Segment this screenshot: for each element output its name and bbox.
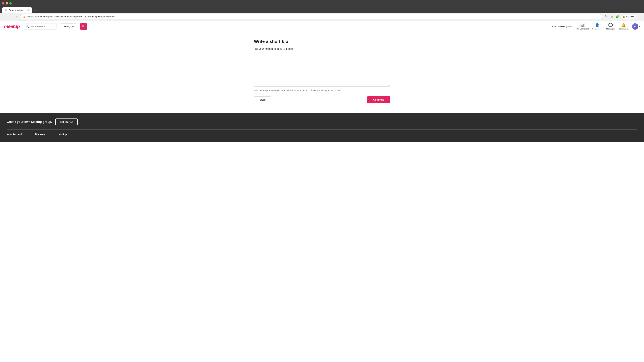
footer-cta-text: Create your own Meetup group. [7,120,52,124]
messages-icon: 💬 [608,23,613,27]
nav-refresh-btn[interactable]: ↻ [14,14,19,19]
meetup-header: meetup 🔍 Search events Dover, DE 🔍 Start… [0,21,644,32]
footer-col-account: Your Account [7,133,22,137]
tab-title: Congratulations [9,9,26,11]
footer-col-meetup-title: Meetup [58,133,67,136]
pro-dashboard-icon: 📊 [580,23,585,27]
close-window-btn[interactable] [2,2,4,4]
incognito-label: Incognito [626,15,634,18]
nav-notifications[interactable]: 🔔 Notifications [618,23,628,30]
nav-messages[interactable]: 💬 Messages [606,23,615,30]
footer-columns: Your Account Discover Meetup [7,133,637,137]
bookmark-btn[interactable]: ☆ [610,14,614,19]
nav-messages-label: Messages [606,28,615,30]
search-toolbar-btn[interactable]: 🔍 [604,14,608,19]
incognito-icon: 🕵️ [623,15,625,18]
nav-notifications-label: Notifications [618,28,628,30]
search-submit-btn[interactable]: 🔍 [80,23,87,30]
toolbar-actions: 🔍 ☆ 🧩 🕵️ Incognito ⋮ [604,14,642,19]
notifications-icon: 🔔 [621,23,626,27]
search-placeholder-text: Search events [30,25,46,28]
bio-hint: Your members are going to want to know m… [254,89,390,91]
main-content: Write a short bio Tell your members abou… [250,39,394,103]
maximize-window-btn[interactable] [10,2,12,4]
window-controls [2,2,12,4]
new-tab-btn[interactable]: + [33,8,38,13]
nav-pro-dashboard-label: Pro Dashboard [576,28,589,30]
meetup-logo[interactable]: meetup [4,24,20,29]
more-options-btn[interactable]: ⋮ [637,14,642,19]
minimize-window-btn[interactable] [6,2,8,4]
footer-cta: Create your own Meetup group. Get Starte… [7,118,637,125]
address-bar[interactable]: 🔒 meetup.com/meetup-group-ulfhsivo/congr… [20,14,602,19]
incognito-badge: 🕵️ Incognito [621,15,636,19]
page-title: Write a short bio [254,39,390,44]
browser-titlebar [0,0,644,7]
bio-subtitle: Tell your members about yourself [254,47,390,50]
back-button[interactable]: Back [254,96,271,103]
footer-col-discover-title: Discover [35,133,45,136]
user-avatar: M [632,23,638,30]
tab-close-btn[interactable]: ✕ [27,9,30,11]
nav-connections-label: Connections [592,28,602,30]
form-actions: Back Continue [254,96,390,103]
footer-col-discover: Discover [35,133,45,137]
footer-col-meetup: Meetup [58,133,67,137]
avatar-initial: M [634,25,636,28]
footer-divider [7,129,637,130]
search-icon: 🔍 [26,25,29,28]
active-tab[interactable]: M Congratulations ✕ [2,7,32,13]
search-bar-container[interactable]: 🔍 Search events [23,23,57,29]
browser-toolbar: ← → ↻ 🔒 meetup.com/meetup-group-ulfhsivo… [0,13,644,21]
lock-icon: 🔒 [23,15,26,18]
continue-button[interactable]: Continue [367,96,390,103]
nav-connections[interactable]: 👤 Connections [592,23,602,30]
nav-forward-btn[interactable]: → [8,14,13,19]
avatar-chevron-icon[interactable]: ▾ [639,25,640,28]
nav-back-btn[interactable]: ← [2,14,7,19]
extensions-btn[interactable]: 🧩 [615,14,620,19]
footer: Create your own Meetup group. Get Starte… [0,113,644,142]
bio-textarea[interactable] [254,53,390,87]
nav-pro-dashboard[interactable]: 📊 Pro Dashboard [576,23,589,30]
search-submit-icon: 🔍 [82,25,85,28]
location-display[interactable]: Dover, DE [60,23,77,29]
footer-get-started-btn[interactable]: Get Started [55,118,78,125]
user-avatar-wrapper[interactable]: M ▾ [632,23,640,30]
connections-icon: 👤 [595,23,600,27]
browser-chrome: M Congratulations ✕ + ← → ↻ 🔒 meetup.com… [0,0,644,21]
tab-bar: M Congratulations ✕ + [0,7,644,13]
url-text: meetup.com/meetup-group-ulfhsivo/congrat… [27,15,116,18]
footer-col-account-title: Your Account [7,133,22,136]
start-group-link[interactable]: Start a new group [552,25,573,28]
tab-favicon: M [5,9,8,11]
